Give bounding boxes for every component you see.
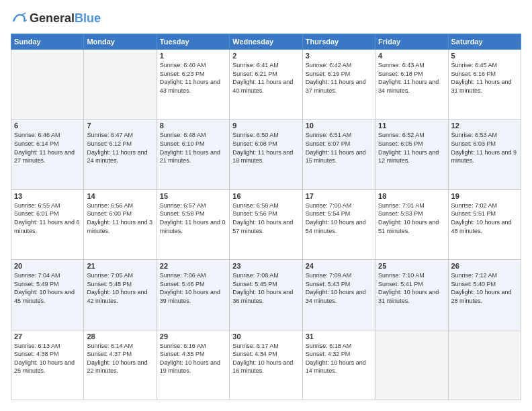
day-number: 20 — [14, 262, 81, 270]
day-number: 21 — [87, 262, 153, 270]
calendar-cell: 6Sunrise: 6:46 AM Sunset: 6:14 PM Daylig… — [11, 120, 84, 189]
logo: GeneralBlue — [11, 11, 101, 27]
day-number: 13 — [14, 192, 81, 200]
calendar-cell: 30Sunrise: 6:17 AM Sunset: 4:34 PM Dayli… — [230, 330, 302, 400]
day-info: Sunrise: 6:40 AM Sunset: 6:23 PM Dayligh… — [160, 61, 226, 95]
day-number: 28 — [87, 332, 153, 340]
calendar-cell — [11, 50, 84, 120]
day-info: Sunrise: 6:18 AM Sunset: 4:32 PM Dayligh… — [306, 342, 372, 375]
calendar-cell: 13Sunrise: 6:55 AM Sunset: 6:01 PM Dayli… — [11, 189, 84, 259]
calendar-cell: 7Sunrise: 6:47 AM Sunset: 6:12 PM Daylig… — [84, 120, 157, 189]
day-info: Sunrise: 6:57 AM Sunset: 5:58 PM Dayligh… — [160, 201, 226, 235]
calendar-cell: 23Sunrise: 7:08 AM Sunset: 5:45 PM Dayli… — [230, 260, 302, 330]
calendar-cell: 16Sunrise: 6:58 AM Sunset: 5:56 PM Dayli… — [230, 189, 302, 259]
day-info: Sunrise: 6:47 AM Sunset: 6:12 PM Dayligh… — [87, 131, 153, 165]
calendar-cell: 12Sunrise: 6:53 AM Sunset: 6:03 PM Dayli… — [448, 120, 521, 189]
calendar-week-row: 13Sunrise: 6:55 AM Sunset: 6:01 PM Dayli… — [11, 189, 521, 259]
day-number: 31 — [306, 332, 372, 340]
day-info: Sunrise: 6:17 AM Sunset: 4:34 PM Dayligh… — [232, 342, 299, 375]
day-number: 30 — [232, 332, 299, 340]
day-info: Sunrise: 7:06 AM Sunset: 5:46 PM Dayligh… — [160, 271, 226, 305]
day-info: Sunrise: 6:41 AM Sunset: 6:21 PM Dayligh… — [232, 61, 299, 95]
day-number: 29 — [160, 332, 226, 340]
day-info: Sunrise: 7:09 AM Sunset: 5:43 PM Dayligh… — [306, 271, 372, 305]
page: GeneralBlue SundayMondayTuesdayWednesday… — [0, 0, 532, 411]
calendar-cell: 20Sunrise: 7:04 AM Sunset: 5:49 PM Dayli… — [11, 260, 84, 330]
day-number: 14 — [87, 192, 153, 200]
day-number: 22 — [160, 262, 226, 270]
day-info: Sunrise: 6:45 AM Sunset: 6:16 PM Dayligh… — [451, 61, 518, 95]
day-number: 17 — [306, 192, 372, 200]
day-number: 27 — [14, 332, 81, 340]
calendar-cell: 15Sunrise: 6:57 AM Sunset: 5:58 PM Dayli… — [157, 189, 229, 259]
weekday-header: Tuesday — [157, 34, 229, 50]
weekday-header: Thursday — [302, 34, 375, 50]
day-number: 7 — [87, 122, 153, 130]
day-info: Sunrise: 6:56 AM Sunset: 6:00 PM Dayligh… — [87, 201, 153, 235]
calendar-cell: 18Sunrise: 7:01 AM Sunset: 5:53 PM Dayli… — [375, 189, 448, 259]
day-number: 11 — [378, 122, 445, 130]
weekday-header: Sunday — [11, 34, 84, 50]
calendar-cell: 22Sunrise: 7:06 AM Sunset: 5:46 PM Dayli… — [157, 260, 229, 330]
calendar-cell: 28Sunrise: 6:14 AM Sunset: 4:37 PM Dayli… — [84, 330, 157, 400]
day-number: 5 — [451, 52, 518, 60]
day-info: Sunrise: 6:58 AM Sunset: 5:56 PM Dayligh… — [232, 201, 299, 235]
calendar-body: 1Sunrise: 6:40 AM Sunset: 6:23 PM Daylig… — [11, 50, 521, 400]
logo-text: GeneralBlue — [30, 12, 101, 26]
day-info: Sunrise: 7:05 AM Sunset: 5:48 PM Dayligh… — [87, 271, 153, 305]
weekday-header: Saturday — [448, 34, 521, 50]
calendar-cell: 8Sunrise: 6:48 AM Sunset: 6:10 PM Daylig… — [157, 120, 229, 189]
day-number: 25 — [378, 262, 445, 270]
day-info: Sunrise: 6:16 AM Sunset: 4:35 PM Dayligh… — [160, 342, 226, 375]
header: GeneralBlue — [11, 11, 521, 27]
day-number: 4 — [378, 52, 445, 60]
day-info: Sunrise: 6:50 AM Sunset: 6:08 PM Dayligh… — [232, 131, 299, 165]
calendar-cell: 24Sunrise: 7:09 AM Sunset: 5:43 PM Dayli… — [302, 260, 375, 330]
day-number: 18 — [378, 192, 445, 200]
weekday-header-row: SundayMondayTuesdayWednesdayThursdayFrid… — [11, 34, 521, 50]
weekday-header: Friday — [375, 34, 448, 50]
day-number: 26 — [451, 262, 518, 270]
day-number: 16 — [232, 192, 299, 200]
calendar-cell: 9Sunrise: 6:50 AM Sunset: 6:08 PM Daylig… — [230, 120, 302, 189]
day-number: 10 — [306, 122, 372, 130]
calendar-cell: 17Sunrise: 7:00 AM Sunset: 5:54 PM Dayli… — [302, 189, 375, 259]
day-info: Sunrise: 6:52 AM Sunset: 6:05 PM Dayligh… — [378, 131, 445, 165]
calendar-cell: 11Sunrise: 6:52 AM Sunset: 6:05 PM Dayli… — [375, 120, 448, 189]
day-number: 12 — [451, 122, 518, 130]
weekday-header: Wednesday — [230, 34, 302, 50]
day-number: 9 — [232, 122, 299, 130]
day-info: Sunrise: 6:43 AM Sunset: 6:18 PM Dayligh… — [378, 61, 445, 95]
day-number: 15 — [160, 192, 226, 200]
calendar-cell: 21Sunrise: 7:05 AM Sunset: 5:48 PM Dayli… — [84, 260, 157, 330]
logo-icon — [11, 11, 27, 27]
day-info: Sunrise: 6:46 AM Sunset: 6:14 PM Dayligh… — [14, 131, 81, 165]
calendar-week-row: 1Sunrise: 6:40 AM Sunset: 6:23 PM Daylig… — [11, 50, 521, 120]
day-info: Sunrise: 7:12 AM Sunset: 5:40 PM Dayligh… — [451, 271, 518, 305]
calendar-cell: 26Sunrise: 7:12 AM Sunset: 5:40 PM Dayli… — [448, 260, 521, 330]
calendar-week-row: 27Sunrise: 6:13 AM Sunset: 4:38 PM Dayli… — [11, 330, 521, 400]
day-info: Sunrise: 6:13 AM Sunset: 4:38 PM Dayligh… — [14, 342, 81, 375]
calendar-cell: 29Sunrise: 6:16 AM Sunset: 4:35 PM Dayli… — [157, 330, 229, 400]
calendar-week-row: 20Sunrise: 7:04 AM Sunset: 5:49 PM Dayli… — [11, 260, 521, 330]
day-number: 2 — [232, 52, 299, 60]
day-info: Sunrise: 6:51 AM Sunset: 6:07 PM Dayligh… — [306, 131, 372, 165]
calendar-week-row: 6Sunrise: 6:46 AM Sunset: 6:14 PM Daylig… — [11, 120, 521, 189]
calendar-cell: 2Sunrise: 6:41 AM Sunset: 6:21 PM Daylig… — [230, 50, 302, 120]
calendar-cell: 3Sunrise: 6:42 AM Sunset: 6:19 PM Daylig… — [302, 50, 375, 120]
weekday-header: Monday — [84, 34, 157, 50]
calendar-cell — [375, 330, 448, 400]
day-info: Sunrise: 6:48 AM Sunset: 6:10 PM Dayligh… — [160, 131, 226, 165]
calendar-cell — [84, 50, 157, 120]
day-info: Sunrise: 7:10 AM Sunset: 5:41 PM Dayligh… — [378, 271, 445, 305]
day-number: 1 — [160, 52, 226, 60]
day-info: Sunrise: 6:42 AM Sunset: 6:19 PM Dayligh… — [306, 61, 372, 95]
calendar-cell — [448, 330, 521, 400]
day-info: Sunrise: 7:04 AM Sunset: 5:49 PM Dayligh… — [14, 271, 81, 305]
day-number: 24 — [306, 262, 372, 270]
calendar-cell: 25Sunrise: 7:10 AM Sunset: 5:41 PM Dayli… — [375, 260, 448, 330]
day-info: Sunrise: 6:53 AM Sunset: 6:03 PM Dayligh… — [451, 131, 518, 165]
day-info: Sunrise: 7:02 AM Sunset: 5:51 PM Dayligh… — [451, 201, 518, 235]
calendar-cell: 19Sunrise: 7:02 AM Sunset: 5:51 PM Dayli… — [448, 189, 521, 259]
calendar-cell: 4Sunrise: 6:43 AM Sunset: 6:18 PM Daylig… — [375, 50, 448, 120]
